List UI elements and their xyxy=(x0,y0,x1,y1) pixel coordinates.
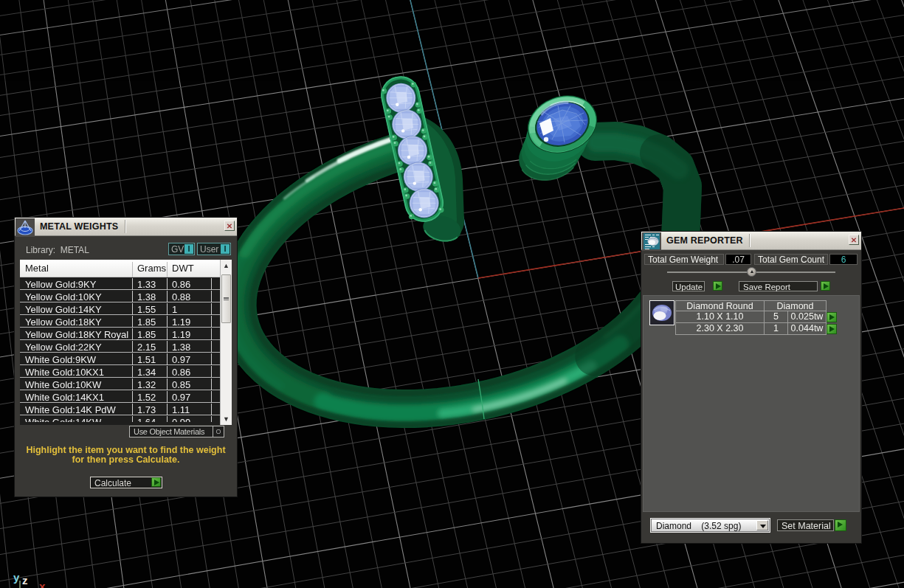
svg-text:z: z xyxy=(22,574,28,587)
svg-text:y: y xyxy=(13,571,20,584)
svg-text:x: x xyxy=(39,580,46,588)
